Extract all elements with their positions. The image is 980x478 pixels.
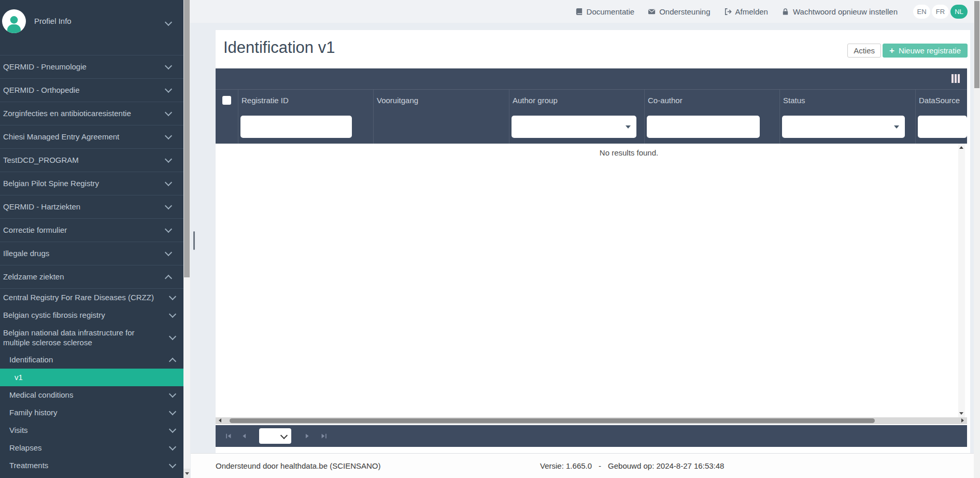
chevron-down-icon [165,202,172,209]
filter-cell-datasource [915,110,967,144]
empty-results-message: No results found. [216,148,967,157]
sidebar-item-correctie-formulier[interactable]: Correctie formulier [0,219,183,242]
horizontal-scrollbar-thumb[interactable] [230,418,875,423]
sidebar-item-qermid-pneumologie[interactable]: QERMID - Pneumologie [0,55,183,79]
datasource-filter-input[interactable] [918,116,967,138]
filter-cell-vooruitgang [373,110,509,144]
sidebar-item-central-registry-crzz[interactable]: Central Registry For Rare Diseases (CRZZ… [0,289,183,306]
header-cell-vooruitgang[interactable]: Vooruitgang [373,90,509,110]
filter-cell-registratie-id [238,110,373,144]
sidebar-scrollbar-thumb[interactable] [184,0,190,277]
filter-cell-empty [216,110,238,144]
language-en-button[interactable]: EN [913,5,930,19]
page-size-select[interactable] [259,428,291,444]
scroll-up-icon[interactable] [959,146,963,149]
header-cell-co-author[interactable]: Co-author [644,90,779,110]
first-page-button[interactable] [223,430,234,442]
sidebar-item-visits[interactable]: Visits [0,421,183,439]
header-cell-author-group[interactable]: Author group [509,90,644,110]
author-group-filter-dropdown[interactable] [512,116,636,138]
caret-down-icon [894,125,899,129]
sidebar-item-identification[interactable]: Identification [0,351,183,369]
co-author-filter-input[interactable] [647,116,760,138]
sidebar-item-zorginfecties[interactable]: Zorginfecties en antibioticaresistentie [0,102,183,125]
sidebar-item-qermid-hartziekten[interactable]: QERMID - Hartziekten [0,195,183,219]
sidebar-scrollbar[interactable] [183,0,190,478]
sidebar-item-treatments[interactable]: Treatments [0,457,183,474]
main-content-card: Identification v1 Acties + Nieuwe regist… [216,30,970,453]
sidebar-spacer [0,44,183,55]
page-scrollbar[interactable] [974,0,980,478]
next-page-button[interactable] [302,430,313,442]
header-cell-select-all [216,90,238,110]
chevron-down-icon [165,19,172,26]
profile-label: Profiel Info [34,17,72,25]
new-registration-button[interactable]: + Nieuwe registratie [883,44,968,58]
support-link[interactable]: Ondersteuning [648,7,710,16]
filter-cell-status [779,110,915,144]
chevron-down-icon [165,249,172,256]
sidebar-item-illegale-drugs[interactable]: Illegale drugs [0,242,183,265]
language-fr-button[interactable]: FR [932,5,949,19]
table-vertical-scrollbar[interactable] [958,144,965,417]
topbar: Documentatie Ondersteuning Afmelden Wach… [190,0,974,23]
sidebar-item-testdcd[interactable]: TestDCD_PROGRAM [0,149,183,172]
sidebar-item-medical-conditions[interactable]: Medical conditions [0,386,183,404]
sidebar-item-chiesi[interactable]: Chiesi Managed Entry Agreement [0,125,183,149]
scroll-left-icon[interactable] [219,418,221,423]
sidebar-item-ms-infrastructure[interactable]: Belgian national data infrastructure for… [0,324,183,351]
filter-cell-author-group [509,110,644,144]
registrations-table: Registratie ID Vooruitgang Author group … [216,68,967,417]
sidebar-item-zeldzame-ziekten[interactable]: Zeldzame ziekten [0,265,183,289]
previous-page-button[interactable] [238,430,250,442]
next-page-icon [304,432,311,440]
registratie-id-filter-input[interactable] [240,116,352,138]
first-page-icon [225,432,232,440]
scroll-right-icon[interactable] [961,418,964,423]
chevron-down-icon [169,426,176,433]
last-page-button[interactable] [318,430,330,442]
sidebar-item-saes[interactable]: SAEs [0,474,183,478]
select-all-checkbox[interactable] [222,96,231,105]
status-filter-dropdown[interactable] [782,116,905,138]
sign-out-link[interactable]: Afmelden [724,7,768,16]
column-chooser-icon[interactable] [951,74,960,83]
chevron-down-icon [165,226,172,233]
sidebar-item-v1[interactable]: v1 [0,369,183,386]
scroll-down-icon[interactable] [959,412,963,415]
plus-icon: + [889,46,894,55]
sidebar-scrollbar-down-button[interactable] [183,469,190,478]
sidebar-splitter-handle[interactable] [193,231,195,250]
header-cell-status[interactable]: Status [779,90,915,110]
sidebar-item-qermid-orthopedie[interactable]: QERMID - Orthopedie [0,79,183,102]
documentation-link[interactable]: Documentatie [575,7,635,16]
chevron-down-icon [169,293,176,300]
build-date-text: Gebouwd op: 2024-8-27 16:53:48 [608,461,724,470]
caret-down-icon [626,125,631,129]
chevron-down-icon [280,432,288,439]
sidebar: Profiel Info QERMID - Pneumologie QERMID… [0,0,183,478]
chevron-up-icon [165,275,172,282]
language-nl-button[interactable]: NL [950,5,968,19]
reset-password-link[interactable]: Wachtwoord opnieuw instellen [782,7,898,16]
app-window: Profiel Info QERMID - Pneumologie QERMID… [0,0,980,478]
acties-button[interactable]: Acties [847,44,881,58]
sidebar-item-family-history[interactable]: Family history [0,404,183,421]
table-horizontal-scrollbar[interactable] [216,417,967,424]
sidebar-item-relapses[interactable]: Relapses [0,439,183,457]
chevron-down-icon [169,390,176,398]
header-cell-registratie-id[interactable]: Registratie ID [238,90,373,110]
chevron-down-icon [165,109,172,116]
sidebar-item-cystic-fibrosis[interactable]: Belgian cystic fibrosis registry [0,306,183,324]
support-icon [648,8,656,16]
table-header-row: Registratie ID Vooruitgang Author group … [216,89,967,110]
chevron-down-icon [169,311,176,318]
sidebar-item-profile[interactable]: Profiel Info [0,0,183,44]
footer: Ondersteund door healthdata.be (SCIENSAN… [191,453,980,478]
lock-icon [782,8,789,16]
page-scrollbar-thumb[interactable] [974,1,979,88]
header-cell-datasource[interactable]: DataSource [915,90,967,110]
chevron-down-icon [165,156,172,163]
sidebar-item-belgian-pilot-spine[interactable]: Belgian Pilot Spine Registry [0,172,183,195]
table-filter-row [216,110,967,144]
